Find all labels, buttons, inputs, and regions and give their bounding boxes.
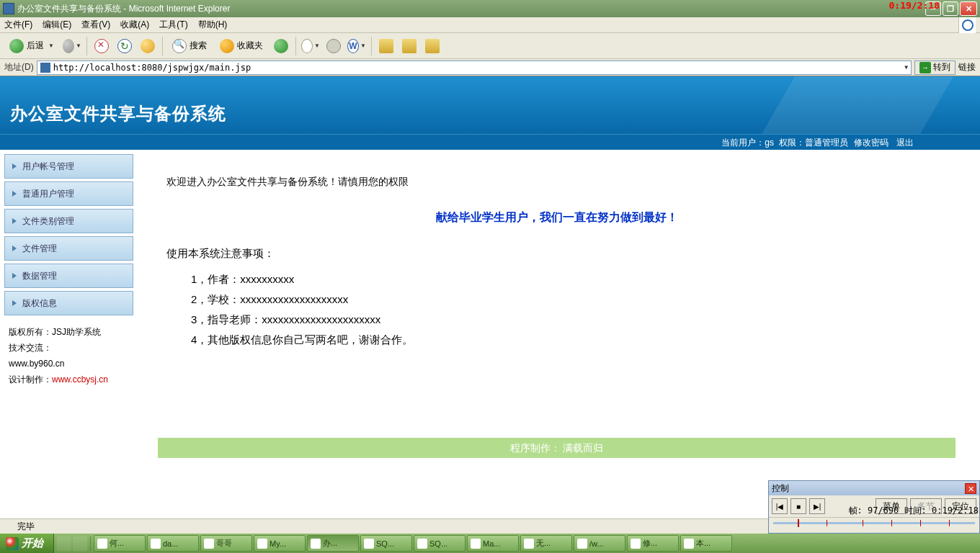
chevron-right-icon [12,246,17,251]
folder1-button[interactable] [376,36,396,56]
toolbar: 后退▼ ▼ ↻ 搜索 收藏夹 ▼ W▼ [0,33,980,59]
task-button[interactable]: /w... [574,535,625,552]
current-user: gs [765,138,774,148]
menu-help[interactable]: 帮助(H) [198,19,228,31]
chevron-right-icon [12,218,17,224]
timeline[interactable] [769,517,979,533]
next-button[interactable]: ▶| [809,498,825,514]
task-button[interactable]: 办... [307,535,359,552]
notice-item: 3，指导老师：xxxxxxxxxxxxxxxxxxxxxx [191,310,947,330]
main-content: 欢迎进入办公室文件共享与备份系统！请慎用您的权限 献给毕业学生用户，我们一直在努… [133,150,980,518]
page-viewport: 办公室文件共享与备份系统 当前用户：gs 权限：普通管理员 修改密码 退出 用户… [0,76,980,518]
sidebar-item-users[interactable]: 用户帐号管理 [4,154,133,179]
perm-label: 权限： [779,138,805,148]
task-button[interactable]: SQ... [360,535,412,552]
current-user-label: 当前用户： [721,138,765,148]
task-button[interactable]: 本... [680,535,732,552]
app-title: 办公室文件共享与备份系统 [10,102,226,125]
menu-view[interactable]: 查看(V) [81,19,110,31]
user-bar: 当前用户：gs 权限：普通管理员 修改密码 退出 [0,134,980,150]
notice-item: 2，学校：xxxxxxxxxxxxxxxxxxxx [191,289,947,310]
task-button[interactable]: My... [254,535,306,552]
address-dropdown-icon[interactable]: ▼ [904,64,908,71]
chevron-right-icon [12,300,17,306]
menu-file[interactable]: 文件(F) [4,19,32,31]
control-title: 控制 [772,482,789,495]
page-icon [4,521,14,531]
task-button[interactable]: da... [147,535,199,552]
sidebar: 用户帐号管理 普通用户管理 文件类别管理 文件管理 数据管理 版权信息 版权所有… [0,150,133,518]
task-button[interactable]: 哥哥 [200,535,252,552]
stop-playback-button[interactable]: ■ [790,498,806,514]
copyright-line: 版权所有：JSJ助学系统 [9,324,129,340]
ie-logo-icon [958,17,976,33]
folder2-button[interactable] [399,36,419,56]
app-header: 办公室文件共享与备份系统 [0,76,980,134]
task-button[interactable]: Ma... [467,535,519,552]
task-button[interactable]: 修... [627,535,679,552]
windows-taskbar: 开始 何... da... 哥哥 My... 办... SQ... SQ... … [0,534,980,553]
forward-button[interactable]: ▼ [62,36,82,56]
folder3-button[interactable] [422,36,442,56]
sidebar-item-label: 文件管理 [22,243,57,255]
favorites-button[interactable]: 收藏夹 [215,36,268,56]
sidebar-item-files[interactable]: 文件管理 [4,236,133,261]
chevron-right-icon [12,191,17,197]
sidebar-item-file-categories[interactable]: 文件类别管理 [4,209,133,233]
home-button[interactable] [138,36,158,56]
copyright-box: 版权所有：JSJ助学系统 技术交流： www.by960.cn 设计制作：www… [4,318,133,393]
menu-edit[interactable]: 编辑(E) [43,19,71,31]
menu-favorites[interactable]: 收藏(A) [120,19,149,31]
task-button[interactable]: 何... [94,535,146,552]
window-title: 办公室文件共享与备份系统 - Microsoft Internet Explor… [17,3,230,15]
edit-button[interactable]: W▼ [347,36,367,56]
logout-link[interactable]: 退出 [896,138,914,148]
recording-timecode: 0:19/2:18 [889,0,940,11]
notice-title: 使用本系统注意事项： [166,247,947,261]
address-label: 地址(D) [4,61,34,73]
perm-value: 普通管理员 [805,138,848,148]
sidebar-item-label: 文件类别管理 [22,215,74,228]
print-button[interactable] [324,36,344,56]
control-titlebar[interactable]: 控制 ✕ [769,481,979,495]
quick-launch [54,536,91,551]
window-close-button[interactable]: ✕ [960,1,977,16]
change-password-link[interactable]: 修改密码 [854,138,888,148]
window-titlebar: 办公室文件共享与备份系统 - Microsoft Internet Explor… [0,0,980,17]
sidebar-item-data[interactable]: 数据管理 [4,264,133,288]
task-button[interactable]: SQ... [414,535,466,552]
page-icon [40,63,50,73]
task-list: 何... da... 哥哥 My... 办... SQ... SQ... Ma.… [91,535,980,552]
history-button[interactable] [271,36,291,56]
frame-info: 帧: 97/690 时间: 0:19/2:18 [849,505,979,517]
windows-logo-icon [6,537,19,550]
refresh-button[interactable]: ↻ [115,36,135,56]
dedication-text: 献给毕业学生用户，我们一直在努力做到最好！ [166,210,947,225]
menu-tools[interactable]: 工具(T) [159,19,187,31]
sidebar-item-label: 普通用户管理 [22,188,74,200]
menu-bar: 文件(F) 编辑(E) 查看(V) 收藏(A) 工具(T) 帮助(H) [0,17,980,33]
copyright-link[interactable]: www.by960.cn [9,356,129,372]
welcome-text: 欢迎进入办公室文件共享与备份系统！请慎用您的权限 [166,176,947,189]
search-button[interactable]: 搜索 [167,36,212,56]
links-label[interactable]: 链接 [958,61,976,73]
address-input[interactable]: http://localhost:8080/jspwjgx/main.jsp ▼ [37,60,912,75]
ql-icon[interactable] [57,536,71,551]
go-button[interactable]: →转到 [914,60,956,75]
ql-icon[interactable] [73,536,87,551]
back-button[interactable]: 后退▼ [4,36,59,56]
control-close-button[interactable]: ✕ [965,483,976,494]
design-link[interactable]: www.ccbysj.cn [52,374,108,385]
chevron-right-icon [12,163,17,169]
task-button[interactable]: 无... [520,535,572,552]
sidebar-item-label: 版权信息 [22,297,57,310]
prev-button[interactable]: |◀ [772,498,788,514]
ie-page-icon [3,3,14,14]
mail-button[interactable]: ▼ [300,36,321,56]
sidebar-item-normal-users[interactable]: 普通用户管理 [4,181,133,206]
start-button[interactable]: 开始 [0,534,54,553]
sidebar-item-copyright[interactable]: 版权信息 [4,291,133,315]
sidebar-item-label: 数据管理 [22,270,57,282]
stop-button[interactable] [92,36,112,56]
window-maximize-button[interactable]: ❐ [943,1,958,16]
